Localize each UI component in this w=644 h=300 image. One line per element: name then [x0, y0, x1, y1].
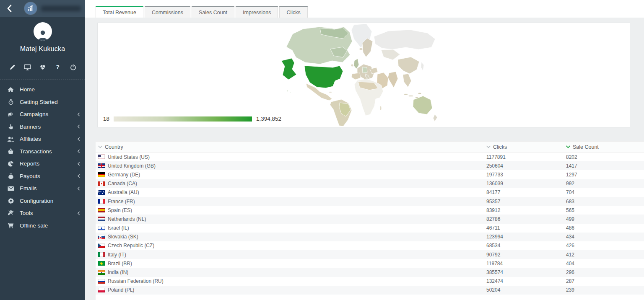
table-row[interactable]: Slovakia (SK) 123994 434 — [96, 233, 644, 241]
table-row[interactable]: Italy (IT) 90792 412 — [96, 250, 644, 259]
sidebar-item-configuration[interactable]: Configuration — [0, 195, 85, 207]
tab-clicks[interactable]: Clicks — [279, 6, 307, 18]
nav-item-label: Getting Started — [20, 99, 80, 105]
question-icon[interactable]: ? — [53, 63, 62, 71]
country-flag-icon — [98, 235, 105, 239]
sidebar-divider — [0, 80, 85, 80]
chevron-left-icon — [77, 112, 80, 116]
country-name: Italy (IT) — [108, 252, 126, 258]
sidebar-item-home[interactable]: Home — [0, 83, 85, 96]
country-flag-icon — [98, 199, 105, 204]
country-cell: Italy (IT) — [96, 252, 486, 258]
table-body: United States (US) 1177891 8202 United K… — [96, 153, 644, 295]
table-row[interactable]: Russian Federation (RU) 132474 287 — [96, 277, 644, 286]
sidebar-item-payouts[interactable]: Payouts — [0, 170, 85, 183]
users-icon — [7, 136, 14, 142]
column-header-sale-count[interactable]: Sale Count — [566, 144, 644, 150]
nav-item-label: Affiliates — [20, 136, 77, 142]
table-row[interactable]: United Kingdom (GB) 250604 1417 — [96, 161, 644, 170]
power-icon[interactable] — [68, 63, 78, 71]
avatar[interactable] — [34, 22, 52, 41]
sidebar-item-affiliates[interactable]: Affiliates — [0, 133, 85, 145]
table-row[interactable]: Canada (CA) 136039 992 — [96, 179, 644, 188]
tab-total-revenue[interactable]: Total Revenue — [96, 6, 143, 18]
sort-chevron-icon-active — [566, 145, 570, 148]
sidebar-item-emails[interactable]: Emails — [0, 182, 85, 195]
sale-count-cell: 434 — [566, 234, 644, 240]
clicks-cell: 197733 — [486, 172, 566, 178]
heartbeat-icon[interactable] — [38, 63, 47, 71]
user-name: Matej Kukucka — [0, 45, 85, 53]
country-stats-table: Country Clicks Sale Count United States … — [96, 141, 644, 300]
country-cell: Spain (ES) — [96, 207, 486, 213]
tab-sales-count[interactable]: Sales Count — [192, 6, 234, 18]
sidebar-item-transactions[interactable]: Transactions — [0, 145, 85, 158]
map-region-new-zealand — [433, 114, 437, 122]
sale-count-cell: 1417 — [566, 163, 644, 169]
column-header-country[interactable]: Country — [96, 144, 486, 150]
country-name: Israel (IL) — [108, 225, 129, 231]
world-choropleth-map[interactable] — [280, 24, 448, 127]
sidebar-item-reports[interactable]: Reports — [0, 158, 85, 170]
bullhorn-icon — [7, 111, 14, 117]
country-cell: Canada (CA) — [96, 181, 486, 186]
table-row[interactable]: Israel (IL) 46711 486 — [96, 224, 644, 233]
world-map-panel: 18 1,394,852 — [97, 23, 630, 127]
pencil-icon[interactable] — [8, 63, 17, 71]
report-tabs: Total Revenue Commissions Sales Count Im… — [85, 0, 644, 18]
sidebar-item-tools[interactable]: Tools — [0, 207, 85, 220]
country-flag-icon — [98, 208, 105, 212]
tab-impressions[interactable]: Impressions — [236, 6, 278, 18]
sidebar-item-banners[interactable]: Banners — [0, 121, 85, 133]
country-flag-icon — [98, 163, 105, 168]
sidebar-nav: Home Getting Started Campaigns Banners A… — [0, 83, 85, 232]
sidebar-item-campaigns[interactable]: Campaigns — [0, 108, 85, 121]
sort-chevron-icon — [98, 145, 102, 148]
country-name: Netherlands (NL) — [108, 216, 146, 222]
country-name: Czech Republic (CZ) — [108, 243, 154, 248]
country-name: United States (US) — [108, 154, 150, 160]
table-row[interactable]: Germany (DE) 197733 1297 — [96, 170, 644, 179]
map-region-australia — [413, 96, 432, 114]
clicks-cell: 46711 — [486, 225, 566, 231]
table-row[interactable]: India (IN) 385574 296 — [96, 268, 644, 277]
column-label: Clicks — [493, 144, 507, 150]
map-region-alaska — [281, 58, 296, 80]
sidebar-item-getting-started[interactable]: Getting Started — [0, 96, 85, 109]
table-row[interactable]: Czech Republic (CZ) 68534 426 — [96, 241, 644, 250]
country-name: United Kingdom (GB) — [108, 163, 156, 169]
sidebar-item-offline-sale[interactable]: Offline sale — [0, 220, 85, 232]
map-region-southeast-asia — [403, 74, 411, 87]
table-row[interactable]: Brazil (BR) 119784 404 — [96, 259, 644, 268]
column-header-clicks[interactable]: Clicks — [486, 144, 566, 150]
collapse-sidebar-button[interactable] — [4, 3, 15, 14]
app-logo[interactable] — [24, 2, 37, 15]
country-name: Spain (ES) — [108, 207, 132, 213]
sale-count-cell: 486 — [566, 225, 644, 231]
country-cell: Israel (IL) — [96, 225, 486, 231]
tab-commissions[interactable]: Commissions — [145, 6, 190, 18]
person-icon — [36, 28, 49, 41]
map-region-russia — [374, 30, 435, 49]
clicks-cell: 1177891 — [486, 154, 566, 160]
nav-item-label: Emails — [20, 185, 77, 191]
clicks-cell: 385574 — [486, 269, 566, 275]
country-name: Canada (CA) — [108, 181, 137, 186]
table-row[interactable]: Spain (ES) 83912 565 — [96, 206, 644, 215]
chevron-left-icon — [77, 124, 80, 129]
clicks-cell: 84177 — [486, 189, 566, 195]
country-cell: India (IN) — [96, 269, 486, 275]
country-name: Australia (AU) — [108, 189, 139, 195]
table-row[interactable]: Netherlands (NL) 82786 499 — [96, 215, 644, 223]
desktop-icon[interactable] — [23, 63, 32, 71]
chevron-left-icon — [77, 174, 80, 178]
table-row[interactable]: Poland (PL) 50204 239 — [96, 286, 644, 295]
table-row[interactable]: United States (US) 1177891 8202 — [96, 153, 644, 161]
app-root: Matej Kukucka ? Home Getting Started Cam… — [0, 0, 644, 300]
nav-item-label: Home — [20, 86, 80, 93]
table-row[interactable]: Australia (AU) 84177 704 — [96, 188, 644, 197]
table-row[interactable]: France (FR) 95357 683 — [96, 197, 644, 206]
country-cell: United States (US) — [96, 154, 486, 160]
chevron-left-icon — [77, 186, 80, 191]
country-cell: Slovakia (SK) — [96, 234, 486, 240]
